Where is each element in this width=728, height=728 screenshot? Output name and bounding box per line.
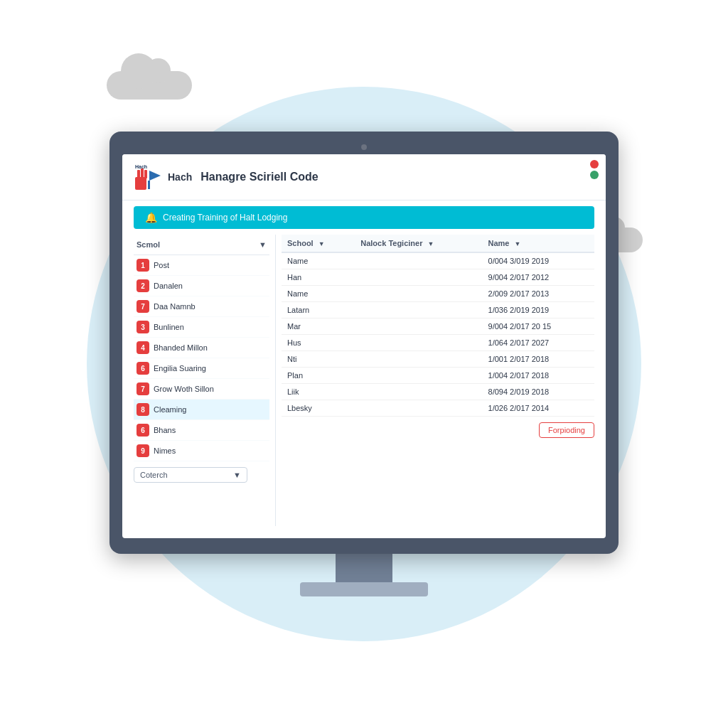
- table-row[interactable]: Plan1/004 2/017 2018: [282, 368, 594, 384]
- monitor-screen: Hach Hach Hanagre Sciriell Code 🔔 Creati…: [122, 154, 606, 538]
- item-badge: 1: [136, 259, 149, 272]
- item-name: Bhans: [154, 426, 176, 434]
- cell-school: Nti: [282, 351, 355, 368]
- cell-name: 1/004 2/017 2018: [483, 368, 594, 384]
- item-name: Bhanded Millon: [154, 343, 208, 352]
- list-item[interactable]: 3Bunlinen: [134, 317, 269, 338]
- cell-nalock: [355, 318, 482, 335]
- left-panel: Scmol ▼ 1Post2Danalen7Daa Namnb3Bunlinen…: [134, 235, 276, 526]
- cell-nalock: [355, 351, 482, 368]
- cell-name: 9/004 2/017 20 15: [483, 318, 594, 335]
- cell-school: Name: [282, 286, 355, 302]
- left-panel-header: Scmol ▼: [134, 235, 269, 255]
- table-row[interactable]: Nti1/001 2/017 2018: [282, 351, 594, 368]
- cell-name: 0/004 3/019 2019: [483, 252, 594, 269]
- sort-icon: ▼: [318, 240, 325, 247]
- table-row[interactable]: Han9/004 2/017 2012: [282, 269, 594, 286]
- item-badge: 8: [136, 403, 149, 416]
- left-panel-title: Scmol: [136, 240, 160, 249]
- cell-school: Name: [282, 252, 355, 269]
- svg-rect-6: [148, 181, 150, 189]
- cell-name: 9/004 2/017 2012: [483, 269, 594, 286]
- item-name: Danalen: [154, 282, 183, 290]
- list-item[interactable]: 1Post: [134, 255, 269, 276]
- cell-nalock: [355, 286, 482, 302]
- table-body: Name0/004 3/019 2019Han9/004 2/017 2012N…: [282, 252, 594, 417]
- cell-name: 1/064 2/017 2027: [483, 335, 594, 351]
- cloud-left: [107, 71, 192, 100]
- cell-name: 2/009 2/017 2013: [483, 286, 594, 302]
- right-panel: School ▼Nalock Tegiciner ▼Name ▼ Name0/0…: [276, 235, 594, 526]
- item-badge: 6: [136, 362, 149, 375]
- item-badge: 7: [136, 300, 149, 313]
- window-controls: [590, 160, 599, 179]
- table-row[interactable]: Name2/009 2/017 2013: [282, 286, 594, 302]
- cell-nalock: [355, 252, 482, 269]
- close-button[interactable]: [590, 160, 599, 168]
- cell-nalock: [355, 335, 482, 351]
- cell-school: Liik: [282, 384, 355, 400]
- svg-rect-0: [135, 177, 146, 190]
- monitor-stand-neck: [336, 554, 392, 582]
- cell-school: Hus: [282, 335, 355, 351]
- cell-school: Plan: [282, 368, 355, 384]
- logo-area: Hach Hach: [134, 163, 192, 191]
- camera-dot: [361, 144, 367, 150]
- data-table: School ▼Nalock Tegiciner ▼Name ▼ Name0/0…: [282, 235, 594, 417]
- cell-school: Latarn: [282, 302, 355, 318]
- monitor-bezel: Hach Hach Hanagre Sciriell Code 🔔 Creati…: [109, 132, 619, 554]
- sort-icon: ▼: [428, 240, 434, 247]
- cell-school: Han: [282, 269, 355, 286]
- table-row[interactable]: Liik8/094 2/019 2018: [282, 384, 594, 400]
- cell-nalock: [355, 400, 482, 417]
- main-content: Scmol ▼ 1Post2Danalen7Daa Namnb3Bunlinen…: [122, 235, 606, 526]
- list-item[interactable]: 7Daa Namnb: [134, 296, 269, 317]
- list-items: 1Post2Danalen7Daa Namnb3Bunlinen4Bhanded…: [134, 255, 269, 461]
- svg-rect-2: [141, 168, 144, 178]
- app-header: Hach Hach Hanagre Sciriell Code: [122, 154, 606, 200]
- svg-marker-5: [149, 171, 161, 181]
- table-col-school[interactable]: School ▼: [282, 235, 355, 252]
- item-badge: 6: [136, 424, 149, 437]
- list-item[interactable]: 6Engilia Suaring: [134, 358, 269, 379]
- list-item[interactable]: 7Grow Woth Sillon: [134, 379, 269, 400]
- cell-name: 1/026 2/017 2014: [483, 400, 594, 417]
- table-row[interactable]: Name0/004 3/019 2019: [282, 252, 594, 269]
- cell-name: 1/001 2/017 2018: [483, 351, 594, 368]
- item-badge: 3: [136, 321, 149, 333]
- cell-school: Lbesky: [282, 400, 355, 417]
- dropdown-label: Coterch: [140, 471, 168, 479]
- sort-arrow-icon: ▼: [259, 240, 267, 249]
- svg-rect-3: [144, 170, 147, 178]
- table-row[interactable]: Latarn1/036 2/019 2019: [282, 302, 594, 318]
- monitor-stand-base: [300, 582, 428, 596]
- table-col-nalock[interactable]: Nalock Tegiciner ▼: [355, 235, 482, 252]
- item-badge: 2: [136, 279, 149, 292]
- forward-button[interactable]: Forpioding: [539, 422, 594, 438]
- item-name: Engilia Suaring: [154, 364, 206, 373]
- banner-icon: 🔔: [145, 212, 157, 223]
- category-dropdown[interactable]: Coterch ▼: [134, 467, 247, 483]
- table-header-row: School ▼Nalock Tegiciner ▼Name ▼: [282, 235, 594, 252]
- list-item[interactable]: 9Nimes: [134, 441, 269, 461]
- logo-icon: Hach: [134, 163, 162, 191]
- item-name: Daa Namnb: [154, 302, 196, 311]
- table-row[interactable]: Mar9/004 2/017 20 15: [282, 318, 594, 335]
- minimize-button[interactable]: [590, 171, 599, 179]
- list-item[interactable]: 6Bhans: [134, 420, 269, 441]
- table-row[interactable]: Hus1/064 2/017 2027: [282, 335, 594, 351]
- banner: 🔔 Creating Training of Halt Lodging: [134, 206, 594, 229]
- list-item[interactable]: 4Bhanded Millon: [134, 338, 269, 358]
- list-item[interactable]: 2Danalen: [134, 276, 269, 296]
- app-title: Hanagre Sciriell Code: [200, 171, 318, 183]
- banner-text: Creating Training of Halt Lodging: [163, 213, 287, 223]
- item-badge: 9: [136, 444, 149, 457]
- scene: Hach Hach Hanagre Sciriell Code 🔔 Creati…: [0, 0, 728, 728]
- svg-rect-1: [137, 170, 140, 178]
- item-name: Nimes: [154, 446, 176, 455]
- table-row[interactable]: Lbesky1/026 2/017 2014: [282, 400, 594, 417]
- list-item[interactable]: 8Cleaming: [134, 400, 269, 420]
- table-col-name[interactable]: Name ▼: [483, 235, 594, 252]
- item-badge: 7: [136, 382, 149, 395]
- item-badge: 4: [136, 341, 149, 354]
